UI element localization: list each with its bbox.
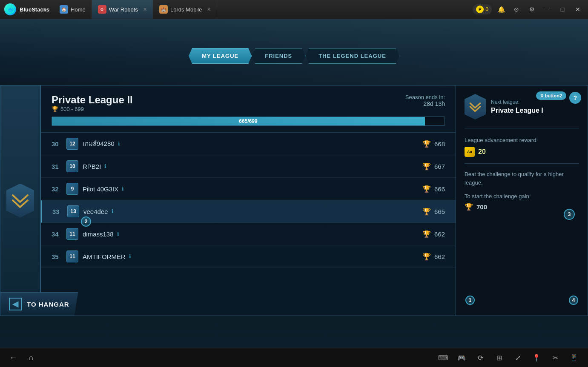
right-panel: ? X button2 Next league: Private League …: [456, 85, 588, 316]
league-title-row: Private League II 🏆 600 - 699 Season end…: [52, 94, 445, 112]
player-rank: 34: [52, 230, 66, 238]
tab-legend-league[interactable]: THE LEGEND LEAGUE: [305, 48, 399, 64]
player-level-badge: 9: [66, 183, 78, 195]
back-btn[interactable]: ←: [6, 351, 20, 364]
player-rank: 35: [52, 253, 66, 260]
player-trophies: 🏆 662: [422, 253, 445, 261]
player-level-badge: 12: [66, 138, 78, 150]
hangar-btn-area: ◀ TO HANGAR: [0, 292, 78, 316]
player-name: Pilot 40G3IX ℹ: [83, 185, 422, 193]
maximize-btn[interactable]: □: [556, 3, 568, 15]
progress-bar: 665/699: [52, 117, 445, 126]
war-robots-tab-icon: ⚙: [98, 5, 106, 14]
bluestacks-logo: [4, 3, 16, 15]
tutorial-circle-3: 3: [564, 209, 575, 220]
progress-fill: [52, 117, 425, 125]
war-robots-close[interactable]: ✕: [143, 7, 147, 12]
content-area: Private League II 🏆 600 - 699 Season end…: [40, 85, 588, 316]
close-btn[interactable]: ✕: [572, 3, 584, 15]
mobile-btn[interactable]: 📱: [566, 350, 582, 365]
league-header: Private League II 🏆 600 - 699 Season end…: [41, 85, 456, 133]
player-trophies: 🏆 665: [422, 208, 445, 216]
trophy-icon: 🏆: [422, 208, 431, 216]
trophy-range-icon: 🏆: [52, 106, 58, 112]
tab-war-robots[interactable]: ⚙ War Robots ✕: [92, 0, 153, 19]
league-name: Private League II 🏆 600 - 699: [52, 94, 133, 112]
keyboard-btn[interactable]: ⌨: [435, 350, 450, 365]
player-level-badge: 11: [66, 228, 78, 240]
lords-mobile-close[interactable]: ✕: [207, 7, 211, 12]
info-icon[interactable]: ℹ: [118, 141, 120, 147]
advancement-section: League advancement reward: Au 20: [465, 137, 579, 157]
player-rank: 30: [52, 140, 66, 148]
player-level-badge: 10: [66, 160, 78, 172]
home-tab-icon: 🏠: [60, 5, 68, 14]
player-name: AMTIFORMER ℹ: [83, 253, 422, 260]
tools-btn[interactable]: ✂: [548, 350, 563, 365]
info-icon[interactable]: ℹ: [117, 231, 119, 237]
player-name: dimass138 ℹ: [83, 230, 422, 238]
table-row[interactable]: 32 9 Pilot 40G3IX ℹ 🏆 666: [41, 178, 456, 200]
screenshot-btn[interactable]: ⊞: [491, 350, 507, 365]
bottom-bar: ← ⌂ ⌨ 🎮 ⟳ ⊞ ⤢ 📍 ✂ 📱: [0, 348, 588, 367]
table-row[interactable]: 33 13 vee4dee ℹ 🏆 665: [41, 200, 456, 223]
player-level-badge: 11: [66, 250, 78, 262]
table-row[interactable]: 31 10 RPB2I ℹ 🏆 667: [41, 155, 456, 178]
next-league-label: Next league:: [491, 99, 579, 105]
next-league-info: Next league: Private League I: [491, 99, 579, 114]
notification-btn[interactable]: 🔔: [495, 3, 507, 15]
lords-mobile-tab-icon: 🏰: [159, 5, 168, 14]
info-icon[interactable]: ℹ: [104, 163, 106, 169]
info-icon[interactable]: ℹ: [122, 186, 124, 192]
hangar-arrow-icon: ◀: [9, 298, 22, 310]
start-challenge-section: To start the challenge gain: 🏆 700: [465, 193, 579, 211]
controller-btn[interactable]: 🎮: [454, 350, 469, 365]
tutorial-bubble: X button2: [536, 91, 566, 100]
minimize-btn[interactable]: —: [541, 3, 553, 15]
rotate-btn[interactable]: ⟳: [473, 350, 488, 365]
tutorial-circle-4: 4: [569, 296, 578, 305]
camera-btn[interactable]: ⊙: [511, 3, 522, 15]
info-icon[interactable]: ℹ: [112, 208, 114, 214]
league-badge-container: [0, 85, 40, 316]
game-area: MY LEAGUE FRIENDS THE LEGEND LEAGUE: [0, 19, 588, 348]
player-rank: 33: [52, 208, 67, 215]
table-row[interactable]: 34 11 dimass138 ℹ 🏆 662: [41, 223, 456, 245]
start-challenge-label: To start the challenge gain:: [465, 193, 579, 199]
settings-btn[interactable]: ⚙: [526, 3, 538, 15]
info-icon[interactable]: ℹ: [129, 253, 131, 259]
player-trophies: 🏆 666: [422, 185, 445, 193]
table-row[interactable]: 30 12 เกมส์94280 ℹ 🏆 668: [41, 133, 456, 155]
bottom-left: ← ⌂: [6, 351, 38, 364]
help-button[interactable]: ?: [569, 92, 581, 104]
trophy-icon: 🏆: [422, 230, 431, 238]
fullscreen-btn[interactable]: ⤢: [510, 350, 525, 365]
bluestacks-text: BlueStacks: [20, 6, 49, 13]
title-bar: BlueStacks 🏠 Home ⚙ War Robots ✕ 🏰 Lords…: [0, 0, 588, 19]
table-row[interactable]: 35 11 AMTIFORMER ℹ 🏆 662: [41, 245, 456, 268]
gold-icon: Au: [465, 147, 475, 157]
points-icon: P: [476, 6, 484, 13]
home-nav-btn[interactable]: ⌂: [24, 351, 38, 364]
tab-friends[interactable]: FRIENDS: [252, 48, 305, 64]
points-badge: P 0: [473, 4, 492, 14]
player-level-badge: 13: [67, 205, 79, 217]
tab-lords-mobile[interactable]: 🏰 Lords Mobile ✕: [153, 0, 217, 19]
bottom-right: ⌨ 🎮 ⟳ ⊞ ⤢ 📍 ✂ 📱: [435, 350, 582, 365]
player-trophies: 🏆 668: [422, 140, 445, 148]
badge-chevron-svg: [11, 190, 30, 211]
location-btn[interactable]: 📍: [529, 350, 544, 365]
tab-home[interactable]: 🏠 Home: [54, 0, 92, 19]
tutorial-circle-1: 1: [465, 296, 475, 305]
tab-my-league[interactable]: MY LEAGUE: [189, 48, 252, 64]
leaderboard[interactable]: 30 12 เกมส์94280 ℹ 🏆 668 31 10: [41, 133, 456, 268]
hangar-button[interactable]: ◀ TO HANGAR: [0, 292, 78, 316]
challenge-trophy-value: 700: [476, 203, 487, 211]
reward-row: Au 20: [465, 147, 579, 157]
advancement-label: League advancement reward:: [465, 137, 579, 143]
trophy-icon: 🏆: [422, 253, 431, 261]
next-badge-chevron-svg: [469, 100, 482, 114]
title-bar-right: P 0 🔔 ⊙ ⚙ — □ ✕: [468, 3, 588, 15]
tutorial-circle-2: 2: [81, 216, 91, 227]
next-league-name: Private League I: [491, 107, 579, 114]
